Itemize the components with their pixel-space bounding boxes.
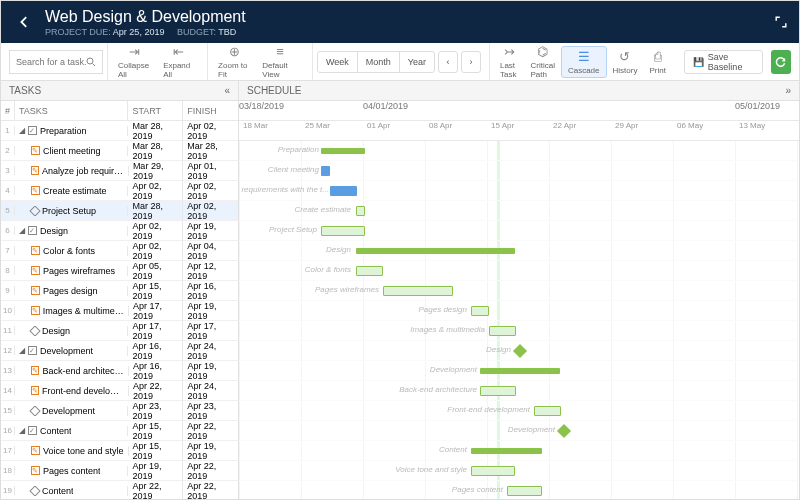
zoom-fit-button[interactable]: ⊕Zoom to Fit — [212, 42, 256, 81]
task-row[interactable]: 11DesignApr 17, 2019Apr 17, 2019 — [1, 321, 238, 341]
task-row[interactable]: 9✎Pages designApr 15, 2019Apr 16, 2019 — [1, 281, 238, 301]
checkbox-icon[interactable]: ✓ — [28, 226, 37, 235]
task-name-cell[interactable]: Design — [15, 326, 129, 336]
finish-date-cell[interactable]: Apr 23, 2019 — [183, 401, 238, 421]
gantt-bar[interactable] — [507, 486, 542, 496]
task-row[interactable]: 16◢✓ContentApr 15, 2019Apr 22, 2019 — [1, 421, 238, 441]
task-row[interactable]: 12◢✓DevelopmentApr 16, 2019Apr 24, 2019 — [1, 341, 238, 361]
nav-next-button[interactable]: › — [461, 51, 481, 73]
start-date-cell[interactable]: Mar 28, 2019 — [128, 121, 183, 141]
gantt-bar[interactable] — [356, 248, 515, 254]
start-date-cell[interactable]: Apr 15, 2019 — [129, 441, 184, 461]
task-name-cell[interactable]: ✎Voice tone and style — [15, 446, 129, 456]
task-row[interactable]: 5Project SetupMar 28, 2019Apr 02, 2019 — [1, 201, 238, 221]
start-date-cell[interactable]: Apr 15, 2019 — [128, 281, 183, 301]
edit-icon[interactable]: ✎ — [31, 466, 40, 475]
finish-date-cell[interactable]: Apr 16, 2019 — [183, 281, 238, 301]
finish-date-cell[interactable]: Apr 22, 2019 — [183, 421, 238, 441]
task-name-cell[interactable]: ◢✓Development — [15, 346, 129, 356]
start-date-cell[interactable]: Apr 22, 2019 — [129, 381, 184, 401]
gantt-bar[interactable] — [534, 406, 561, 416]
edit-icon[interactable]: ✎ — [31, 266, 40, 275]
gantt-bar[interactable] — [321, 226, 365, 236]
task-name-cell[interactable]: ✎Front-end development — [15, 386, 129, 396]
finish-date-cell[interactable]: Apr 02, 2019 — [183, 121, 238, 141]
gantt-bar[interactable] — [321, 148, 365, 154]
period-year[interactable]: Year — [400, 52, 434, 72]
finish-date-cell[interactable]: Apr 17, 2019 — [183, 321, 238, 341]
edit-icon[interactable]: ✎ — [31, 386, 39, 395]
task-name-cell[interactable]: ✎Back-end architecture — [15, 366, 129, 376]
finish-date-cell[interactable]: Apr 22, 2019 — [183, 481, 238, 500]
save-baseline-button[interactable]: 💾 Save Baseline — [684, 50, 763, 74]
gantt-bar[interactable] — [321, 166, 330, 176]
task-row[interactable]: 15DevelopmentApr 23, 2019Apr 23, 2019 — [1, 401, 238, 421]
finish-date-cell[interactable]: Apr 22, 2019 — [183, 461, 238, 481]
start-date-cell[interactable]: Apr 02, 2019 — [128, 241, 183, 261]
finish-date-cell[interactable]: Apr 19, 2019 — [183, 221, 238, 241]
task-name-cell[interactable]: ✎Color & fonts — [15, 246, 129, 256]
start-date-cell[interactable]: Mar 28, 2019 — [128, 201, 183, 221]
task-name-cell[interactable]: ✎Pages wireframes — [15, 266, 129, 276]
start-date-cell[interactable]: Apr 17, 2019 — [128, 321, 183, 341]
task-row[interactable]: 8✎Pages wireframesApr 05, 2019Apr 12, 20… — [1, 261, 238, 281]
milestone-marker[interactable] — [513, 344, 527, 358]
start-date-cell[interactable]: Apr 05, 2019 — [128, 261, 183, 281]
task-row[interactable]: 19ContentApr 22, 2019Apr 22, 2019 — [1, 481, 238, 499]
edit-icon[interactable]: ✎ — [31, 446, 40, 455]
task-row[interactable]: 18✎Pages contentApr 19, 2019Apr 22, 2019 — [1, 461, 238, 481]
expand-arrow-icon[interactable]: ◢ — [19, 346, 25, 355]
finish-date-cell[interactable]: Apr 04, 2019 — [183, 241, 238, 261]
gantt-bar[interactable] — [356, 206, 365, 216]
checkbox-icon[interactable]: ✓ — [28, 426, 37, 435]
start-date-cell[interactable]: Apr 02, 2019 — [128, 181, 183, 201]
task-name-cell[interactable]: Content — [15, 486, 129, 496]
start-date-cell[interactable]: Apr 17, 2019 — [129, 301, 184, 321]
finish-date-cell[interactable]: Apr 19, 2019 — [183, 361, 238, 381]
task-name-cell[interactable]: ◢✓Preparation — [15, 126, 129, 136]
start-date-cell[interactable]: Apr 23, 2019 — [128, 401, 183, 421]
edit-icon[interactable]: ✎ — [31, 286, 40, 295]
start-date-cell[interactable]: Apr 19, 2019 — [128, 461, 183, 481]
edit-icon[interactable]: ✎ — [31, 186, 40, 195]
task-row[interactable]: 7✎Color & fontsApr 02, 2019Apr 04, 2019 — [1, 241, 238, 261]
col-finish[interactable]: FINISH — [183, 101, 238, 120]
task-name-cell[interactable]: ✎Client meeting — [15, 146, 129, 156]
edit-icon[interactable]: ✎ — [31, 246, 40, 255]
expand-arrow-icon[interactable]: ◢ — [19, 126, 25, 135]
start-date-cell[interactable]: Mar 29, 2019 — [129, 161, 184, 181]
task-name-cell[interactable]: ✎Pages design — [15, 286, 129, 296]
task-row[interactable]: 2✎Client meetingMar 28, 2019Mar 28, 2019 — [1, 141, 238, 161]
gantt-bar[interactable] — [471, 448, 542, 454]
finish-date-cell[interactable]: Apr 19, 2019 — [183, 301, 238, 321]
edit-icon[interactable]: ✎ — [31, 146, 40, 155]
start-date-cell[interactable]: Apr 16, 2019 — [128, 341, 183, 361]
search-box[interactable] — [9, 50, 103, 74]
start-date-cell[interactable]: Mar 28, 2019 — [128, 141, 183, 161]
task-name-cell[interactable]: Development — [15, 406, 129, 416]
collapse-tasks-icon[interactable]: « — [224, 85, 230, 96]
task-row[interactable]: 4✎Create estimateApr 02, 2019Apr 02, 201… — [1, 181, 238, 201]
checkbox-icon[interactable]: ✓ — [28, 126, 37, 135]
print-button[interactable]: ⎙Print — [643, 47, 671, 77]
start-date-cell[interactable]: Apr 22, 2019 — [128, 481, 183, 500]
edit-icon[interactable]: ✎ — [31, 366, 40, 375]
history-button[interactable]: ↺History — [607, 47, 644, 77]
task-row[interactable]: 10✎Images & multimediaApr 17, 2019Apr 19… — [1, 301, 238, 321]
expand-arrow-icon[interactable]: ◢ — [19, 426, 25, 435]
back-button[interactable] — [13, 10, 37, 34]
expand-arrow-icon[interactable]: ◢ — [19, 226, 25, 235]
last-task-button[interactable]: ↣Last Task — [494, 42, 525, 81]
gantt-bar[interactable] — [383, 286, 453, 296]
gantt-bar[interactable] — [480, 368, 560, 374]
gantt-bar[interactable] — [480, 386, 516, 396]
edit-icon[interactable]: ✎ — [31, 306, 40, 315]
period-month[interactable]: Month — [358, 52, 400, 72]
task-row[interactable]: 13✎Back-end architectureApr 16, 2019Apr … — [1, 361, 238, 381]
refresh-button[interactable] — [771, 50, 791, 74]
milestone-marker[interactable] — [557, 424, 571, 438]
finish-date-cell[interactable]: Apr 12, 2019 — [183, 261, 238, 281]
edit-icon[interactable]: ✎ — [31, 166, 39, 175]
expand-all-button[interactable]: ⇤Expand All — [157, 42, 199, 81]
task-row[interactable]: 6◢✓DesignApr 02, 2019Apr 19, 2019 — [1, 221, 238, 241]
